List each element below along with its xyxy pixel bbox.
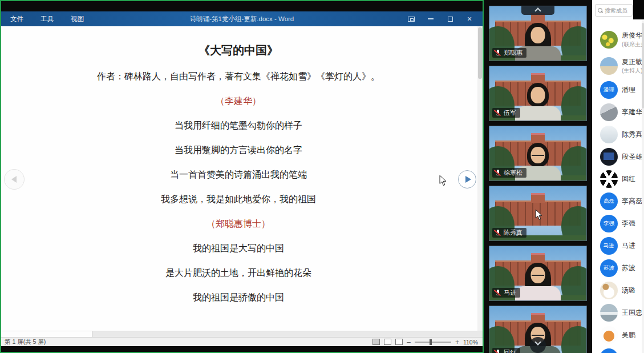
building-tower bbox=[531, 193, 545, 203]
doc-line: 是大片肥沃的土地，开出鲜艳的花朵 bbox=[165, 267, 311, 279]
zoom-out-button[interactable]: – bbox=[407, 339, 411, 346]
member-row[interactable]: 马进马进 bbox=[592, 235, 644, 257]
avatar: 李强 bbox=[600, 215, 618, 232]
member-row[interactable]: 吴鹏 bbox=[592, 324, 644, 346]
member-name: 潘理 bbox=[622, 85, 635, 95]
shirt bbox=[515, 106, 561, 121]
member-scrollbar[interactable] bbox=[642, 21, 644, 353]
close-button[interactable]: × bbox=[460, 12, 479, 26]
face bbox=[531, 27, 545, 43]
video-tile[interactable]: 伍军 bbox=[489, 66, 587, 121]
avatar: 潘理 bbox=[600, 81, 618, 99]
print-layout-button[interactable] bbox=[384, 339, 391, 345]
member-search[interactable] bbox=[595, 4, 633, 17]
member-info: 夏正敏(主持人) bbox=[622, 57, 643, 75]
participant-name: 陈秀真 bbox=[504, 229, 523, 236]
member-name: 李建华 bbox=[622, 107, 642, 117]
member-info: 李强 bbox=[622, 219, 635, 228]
member-info: 马进 bbox=[622, 241, 635, 251]
video-tile[interactable]: 徐寒松 bbox=[489, 126, 587, 181]
doc-line: （郑聪惠博士） bbox=[206, 218, 270, 230]
avatar: 伍军 bbox=[600, 348, 618, 353]
avatar bbox=[600, 326, 618, 344]
participant-name: 徐寒松 bbox=[504, 169, 523, 176]
member-name: 唐俊华 bbox=[622, 31, 644, 41]
minimize-icon bbox=[428, 18, 434, 19]
horizontal-scrollbar-thumb[interactable] bbox=[1, 331, 92, 337]
word-titlebar: 文件工具视图 诗朗诵-第1党小组-更新.docx - Word × bbox=[1, 11, 483, 26]
member-row[interactable]: 唐俊华(联席主持人) bbox=[592, 26, 644, 53]
doc-line: 我的祖国是骄傲的中国 bbox=[193, 292, 284, 303]
web-layout-button[interactable] bbox=[395, 339, 403, 345]
minimize-button[interactable] bbox=[421, 12, 440, 26]
muted-mic-icon bbox=[495, 229, 501, 236]
member-row[interactable]: 李建华 bbox=[592, 101, 644, 123]
participant-figure bbox=[514, 83, 562, 121]
chevron-down-icon bbox=[534, 339, 541, 345]
doc-line: 《大写的中国》 bbox=[199, 43, 278, 58]
member-row[interactable]: 汤璐 bbox=[592, 279, 644, 302]
status-bar: 第 1 屏(共 5 屏) – + 110% bbox=[1, 337, 483, 346]
member-info: 回红 bbox=[622, 174, 635, 184]
member-info: 陈秀真 bbox=[622, 130, 642, 139]
doc-line: 当我用蹩脚的方言读出你的名字 bbox=[175, 145, 302, 156]
member-row[interactable]: 高磊李高磊 bbox=[592, 190, 644, 212]
member-scrollbar-thumb[interactable] bbox=[642, 23, 644, 109]
right-arrow-icon bbox=[465, 176, 471, 183]
menu-item[interactable]: 文件 bbox=[10, 15, 23, 23]
member-info: 唐俊华(联席主持人) bbox=[622, 31, 644, 49]
video-tile[interactable]: 陈秀真 bbox=[489, 186, 587, 241]
video-tile[interactable]: 郑聪惠 bbox=[489, 6, 587, 61]
menu-item[interactable]: 工具 bbox=[40, 15, 54, 23]
collapse-thumbnails-button[interactable] bbox=[521, 6, 554, 15]
avatar: 马进 bbox=[600, 237, 618, 255]
avatar bbox=[600, 148, 618, 166]
member-row[interactable]: 夏正敏(主持人) bbox=[592, 53, 644, 79]
participant-label: 回红 bbox=[492, 348, 520, 353]
member-row[interactable]: 回红 bbox=[592, 168, 644, 190]
menu-item[interactable]: 视图 bbox=[71, 15, 84, 23]
avatar bbox=[600, 170, 618, 188]
avatar bbox=[600, 103, 618, 121]
avatar: 高磊 bbox=[600, 192, 618, 210]
read-mode-button[interactable] bbox=[372, 339, 380, 345]
member-row[interactable]: 陈秀真 bbox=[592, 123, 644, 146]
vertical-scrollbar-thumb[interactable] bbox=[478, 27, 482, 79]
zoom-in-button[interactable]: + bbox=[455, 339, 459, 346]
doc-line: 当一首首赞美的诗篇涌出我的笔端 bbox=[170, 169, 307, 180]
vertical-scrollbar[interactable] bbox=[477, 26, 483, 331]
building-tower bbox=[531, 253, 545, 263]
avatar bbox=[600, 304, 618, 322]
member-row[interactable]: 伍军伍军 bbox=[592, 346, 644, 353]
member-row[interactable]: 段圣雄 bbox=[592, 146, 644, 168]
member-row[interactable]: 潘理潘理 bbox=[592, 79, 644, 101]
member-info: 汤璐 bbox=[622, 286, 635, 295]
member-info: 苏波 bbox=[622, 263, 635, 273]
member-info: 段圣雄 bbox=[622, 152, 642, 162]
muted-mic-icon bbox=[495, 169, 501, 176]
scroll-down-indicator[interactable] bbox=[530, 337, 546, 353]
muted-mic-icon bbox=[495, 109, 501, 116]
member-row[interactable]: 苏波苏波 bbox=[592, 257, 644, 279]
member-name: 李强 bbox=[622, 219, 635, 228]
horizontal-scrollbar[interactable] bbox=[1, 331, 483, 337]
member-row[interactable]: 王国忠 bbox=[592, 302, 644, 324]
member-rows: 唐俊华(联席主持人)夏正敏(主持人)潘理潘理李建华陈秀真段圣雄回红高磊李高磊李强… bbox=[592, 26, 644, 353]
search-input[interactable] bbox=[605, 7, 630, 14]
zoom-slider[interactable] bbox=[415, 342, 451, 343]
video-tile[interactable]: 马进 bbox=[489, 246, 587, 301]
participant-name: 马进 bbox=[504, 289, 516, 296]
muted-mic-icon bbox=[495, 349, 501, 353]
zoom-slider-handle[interactable] bbox=[430, 339, 432, 345]
member-info: 李建华 bbox=[622, 107, 642, 117]
ribbon-display-button[interactable] bbox=[402, 12, 421, 26]
prev-page-button[interactable] bbox=[4, 169, 25, 190]
search-icon bbox=[598, 8, 603, 13]
next-page-button[interactable] bbox=[458, 170, 476, 188]
avatar bbox=[600, 282, 618, 299]
building-tower bbox=[531, 133, 545, 143]
participant-name: 郑聪惠 bbox=[504, 49, 523, 57]
member-name: 苏波 bbox=[622, 263, 635, 273]
member-row[interactable]: 李强李强 bbox=[592, 212, 644, 235]
maximize-button[interactable] bbox=[440, 12, 460, 26]
